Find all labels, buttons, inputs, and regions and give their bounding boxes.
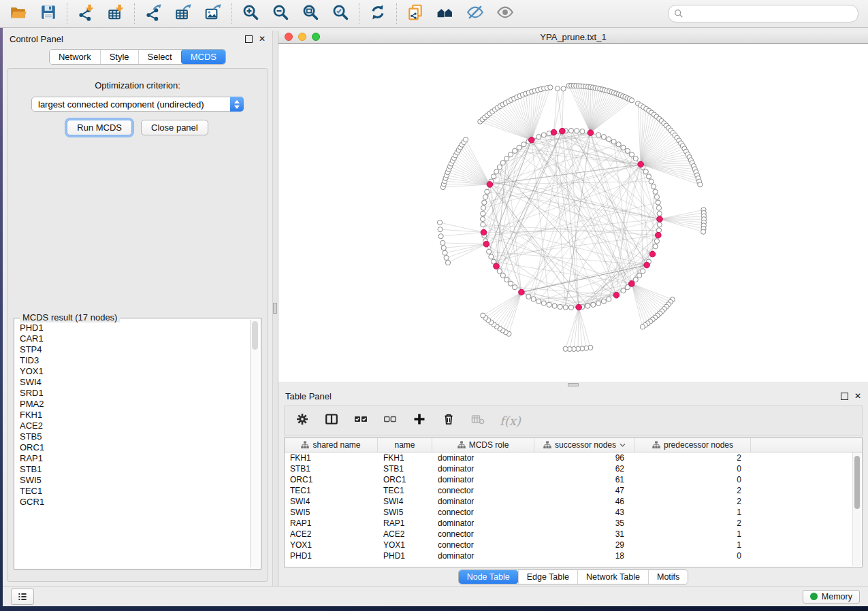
graph-node[interactable] xyxy=(629,152,634,157)
graph-node[interactable] xyxy=(445,260,450,265)
export-image-button[interactable] xyxy=(198,3,228,24)
graph-node[interactable] xyxy=(640,325,645,329)
graph-hub-node[interactable] xyxy=(481,229,487,235)
graph-node[interactable] xyxy=(591,302,596,307)
table-row[interactable]: ORC1ORC1dominator610 xyxy=(285,474,862,485)
table-row[interactable]: STB1STB1dominator620 xyxy=(285,463,862,474)
graph-hub-node[interactable] xyxy=(487,182,493,188)
horizontal-splitter[interactable] xyxy=(278,382,868,388)
graph-node[interactable] xyxy=(536,299,541,303)
graph-node[interactable] xyxy=(643,169,648,174)
tab-style[interactable]: Style xyxy=(100,50,138,64)
zoom-selected-button[interactable] xyxy=(325,3,355,24)
graph-node[interactable] xyxy=(607,297,611,301)
show-all-button[interactable] xyxy=(490,3,520,24)
graph-node[interactable] xyxy=(504,277,509,282)
mcds-result-item[interactable]: FKH1 xyxy=(20,410,250,420)
graph-hub-node[interactable] xyxy=(629,281,635,287)
select-all-button[interactable] xyxy=(353,413,368,428)
table-row[interactable]: SWI4SWI4dominator462 xyxy=(285,496,862,507)
graph-node[interactable] xyxy=(513,148,517,153)
graph-hub-node[interactable] xyxy=(483,241,489,247)
graph-node[interactable] xyxy=(491,174,496,179)
table-row[interactable]: FKH1FKH1dominator962 xyxy=(285,452,862,463)
table-scrollbar-thumb[interactable] xyxy=(854,456,860,509)
graph-node[interactable] xyxy=(500,273,505,278)
mcds-result-item[interactable]: CAR1 xyxy=(20,333,250,344)
column-header-name[interactable]: name xyxy=(378,438,432,452)
graph-node[interactable] xyxy=(487,249,492,254)
run-mcds-button[interactable]: Run MCDS xyxy=(67,120,132,135)
graph-node[interactable] xyxy=(646,174,651,179)
import-network-button[interactable] xyxy=(71,3,101,24)
graph-node[interactable] xyxy=(607,137,611,142)
graph-hub-node[interactable] xyxy=(613,292,620,298)
float-panel-icon[interactable] xyxy=(245,35,253,43)
graph-node[interactable] xyxy=(568,305,573,310)
graph-node[interactable] xyxy=(489,254,494,259)
memory-button[interactable]: Memory xyxy=(803,590,860,604)
graph-node[interactable] xyxy=(481,211,485,216)
graph-node[interactable] xyxy=(541,301,546,306)
graph-node[interactable] xyxy=(494,169,499,174)
graph-node[interactable] xyxy=(657,222,662,227)
graph-node[interactable] xyxy=(558,304,562,309)
graph-hub-node[interactable] xyxy=(588,130,594,136)
graph-node[interactable] xyxy=(641,269,645,274)
splitter-grip[interactable] xyxy=(273,303,277,314)
splitter-grip[interactable] xyxy=(568,383,579,386)
graph-node[interactable] xyxy=(517,145,521,150)
graph-hub-node[interactable] xyxy=(644,262,650,268)
graph-node[interactable] xyxy=(443,250,447,255)
refresh-layout-button[interactable] xyxy=(363,3,393,24)
graph-node[interactable] xyxy=(526,294,531,299)
graph-node[interactable] xyxy=(611,139,616,144)
graph-node[interactable] xyxy=(504,156,509,161)
search-box[interactable] xyxy=(668,5,858,22)
show-panels-button[interactable] xyxy=(11,589,34,605)
graph-hub-node[interactable] xyxy=(494,263,500,269)
graph-hub-node[interactable] xyxy=(560,128,566,134)
result-scrollbar-thumb[interactable] xyxy=(252,321,258,350)
mcds-result-item[interactable]: SWI5 xyxy=(20,475,250,486)
graph-node[interactable] xyxy=(541,133,546,137)
graph-node[interactable] xyxy=(481,205,485,210)
graph-node[interactable] xyxy=(654,195,659,199)
graph-node[interactable] xyxy=(585,303,590,308)
split-columns-button[interactable] xyxy=(324,413,339,428)
graph-node[interactable] xyxy=(654,239,659,244)
graph-node[interactable] xyxy=(637,273,642,278)
graph-node[interactable] xyxy=(500,161,505,165)
graph-node[interactable] xyxy=(521,142,526,147)
zoom-in-button[interactable] xyxy=(236,3,266,24)
tab-select[interactable]: Select xyxy=(138,50,181,64)
graph-node[interactable] xyxy=(444,255,449,260)
graph-node[interactable] xyxy=(508,152,513,157)
table-row[interactable]: YOX1YOX1connector291 xyxy=(285,540,862,550)
graph-node[interactable] xyxy=(441,246,446,250)
graph-node[interactable] xyxy=(633,277,638,282)
zoom-fit-button[interactable] xyxy=(295,3,325,24)
graph-hub-node[interactable] xyxy=(656,232,662,238)
graph-node[interactable] xyxy=(701,229,706,234)
graph-node[interactable] xyxy=(629,98,634,103)
graph-node[interactable] xyxy=(563,346,568,351)
mcds-result-item[interactable]: TEC1 xyxy=(20,486,250,497)
mcds-result-item[interactable]: SRD1 xyxy=(20,388,250,399)
mcds-result-item[interactable]: STB1 xyxy=(20,464,250,475)
mcds-result-item[interactable]: STB5 xyxy=(20,431,250,442)
export-table-button[interactable] xyxy=(168,3,198,24)
graph-hub-node[interactable] xyxy=(576,304,582,310)
hide-selected-button[interactable] xyxy=(460,3,490,24)
graph-node[interactable] xyxy=(485,189,489,194)
table-row[interactable]: PHD1PHD1dominator180 xyxy=(285,550,862,561)
graph-node[interactable] xyxy=(536,135,541,139)
tab-motifs[interactable]: Motifs xyxy=(648,570,688,584)
zoom-out-button[interactable] xyxy=(266,3,295,24)
graph-node[interactable] xyxy=(497,269,502,274)
network-graph[interactable] xyxy=(278,44,868,382)
close-panel-icon[interactable]: ✕ xyxy=(259,35,266,43)
graph-node[interactable] xyxy=(513,285,517,290)
graph-node[interactable] xyxy=(580,129,585,133)
graph-node[interactable] xyxy=(653,189,658,194)
